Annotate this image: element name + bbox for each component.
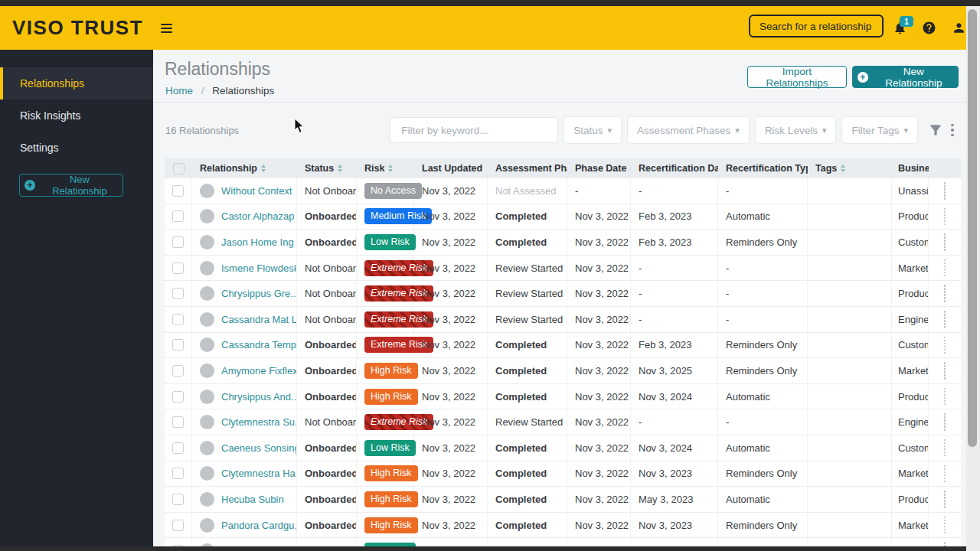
relationship-link[interactable]: Amymone Fixflex — [221, 365, 296, 377]
row-checkbox[interactable] — [165, 333, 192, 358]
column-header-risk[interactable]: Risk — [357, 158, 414, 178]
relationship-link[interactable]: Castor Alphazap — [221, 210, 294, 222]
relationship-link[interactable]: Without Context — [221, 185, 292, 197]
row-menu-button[interactable] — [929, 461, 961, 487]
row-menu-button[interactable] — [929, 513, 961, 538]
table-row[interactable]: Without Context Not Onboarded No Access … — [165, 178, 961, 204]
breadcrumb-home-link[interactable]: Home — [165, 85, 193, 96]
row-checkbox[interactable] — [165, 435, 192, 461]
row-checkbox[interactable] — [165, 178, 192, 204]
status-filter-dropdown[interactable]: Status ▾ — [564, 116, 622, 144]
column-header-recertification-date[interactable]: Recertification Date — [631, 158, 718, 178]
column-header-last-updated[interactable]: Last Updated ↓ — [414, 158, 488, 178]
table-row[interactable]: Cassandra Temp Onboarded Extreme Risk No… — [165, 333, 961, 359]
row-menu-button[interactable] — [929, 281, 961, 306]
filter-funnel-icon[interactable] — [928, 122, 943, 138]
row-checkbox[interactable] — [165, 307, 192, 332]
column-header-business[interactable]: Business — [892, 158, 929, 178]
new-relationship-button[interactable]: + New Relationship — [852, 66, 959, 88]
table-row[interactable]: Pandora Cardgu... Onboarded High Risk No… — [165, 513, 961, 539]
row-checkbox[interactable] — [165, 461, 192, 487]
column-header-assessment-phase[interactable]: Assessment Phase — [488, 158, 567, 178]
row-menu-button[interactable] — [929, 256, 961, 281]
sidebar-item-risk-insights[interactable]: Risk Insights — [0, 99, 153, 132]
row-menu-button[interactable] — [929, 358, 961, 383]
table-row[interactable]: Castor Alphazap Onboarded Medium Risk No… — [165, 204, 961, 230]
row-menu-button[interactable] — [929, 409, 961, 435]
menu-icon[interactable] — [161, 24, 172, 33]
assessment-phases-filter-dropdown[interactable]: Assessment Phases ▾ — [627, 116, 750, 144]
business-cell: Engineering — [892, 307, 929, 332]
table-row[interactable]: Hecuba Subin Onboarded High Risk Nov 3, … — [165, 487, 961, 513]
row-checkbox[interactable] — [165, 256, 192, 281]
table-row[interactable]: Amymone Fixflex Onboarded High Risk Nov … — [165, 358, 961, 384]
row-menu-button[interactable] — [929, 538, 961, 546]
tags-cell — [808, 333, 892, 358]
row-checkbox[interactable] — [165, 204, 192, 230]
relationship-link[interactable]: Clytemnestra Su... — [221, 416, 296, 428]
business-cell: Marketing — [892, 256, 929, 281]
row-checkbox[interactable] — [165, 230, 192, 255]
recertification-type-cell: Automatic — [718, 538, 808, 546]
table-row[interactable]: Ismene Flowdesk Not Onboarded Extreme Ri… — [165, 256, 961, 282]
table-row[interactable]: Clytemnestra Su... Not Onboarded Extreme… — [165, 409, 961, 435]
risk-levels-filter-dropdown[interactable]: Risk Levels ▾ — [755, 116, 837, 144]
recertification-type-cell: - — [718, 307, 808, 332]
scrollbar-thumb[interactable] — [968, 9, 977, 447]
row-checkbox[interactable] — [165, 281, 192, 306]
sidebar-item-relationships[interactable]: Relationships — [0, 67, 153, 99]
row-menu-button[interactable] — [929, 204, 961, 230]
table-row[interactable]: Chrysippus And... Onboarded High Risk No… — [165, 384, 961, 410]
row-menu-button[interactable] — [929, 333, 961, 358]
relationship-link[interactable]: Cassandra Mat L... — [221, 314, 296, 325]
row-menu-button[interactable] — [929, 435, 961, 461]
column-header-status[interactable]: Status — [297, 158, 357, 178]
row-menu-button[interactable] — [929, 384, 961, 409]
import-relationships-button[interactable]: Import Relationships — [747, 66, 847, 88]
account-button[interactable] — [952, 21, 966, 35]
table-row[interactable]: Chrysippus Gre... Not Onboarded Extreme … — [165, 281, 961, 307]
row-checkbox[interactable] — [165, 409, 192, 435]
column-header-tags[interactable]: Tags — [808, 158, 892, 178]
relationship-link[interactable]: Clytemnestra Ha... — [221, 468, 296, 479]
notifications-button[interactable]: 1 — [893, 21, 907, 35]
row-menu-button[interactable] — [929, 178, 961, 204]
relationship-link[interactable]: Pandora Cardgu... — [221, 520, 296, 531]
relationship-link[interactable]: Jason Home Ing — [221, 236, 294, 248]
table-row[interactable]: Jason Home Ing Onboarded Low Risk Nov 3,… — [165, 230, 961, 256]
filter-tags-dropdown[interactable]: Filter Tags ▾ — [841, 116, 918, 144]
help-button[interactable] — [922, 21, 936, 35]
column-header-recertification-type[interactable]: Recertification Type — [718, 158, 808, 178]
row-checkbox[interactable] — [165, 513, 192, 538]
relationship-link[interactable]: Chrysippus Gre... — [221, 288, 296, 299]
search-input[interactable] — [749, 15, 884, 37]
row-checkbox[interactable] — [165, 384, 192, 409]
select-all-checkbox[interactable] — [165, 158, 192, 178]
row-checkbox[interactable] — [165, 487, 192, 512]
column-header-relationship[interactable]: Relationship — [192, 158, 297, 178]
relationship-link[interactable]: Cassandra Temp — [221, 339, 296, 350]
sidebar-new-relationship-button[interactable]: + New Relationship — [19, 174, 123, 197]
table-row[interactable]: Cassandra Mat L... Not Onboarded Extreme… — [165, 307, 961, 333]
column-header-phase-date[interactable]: Phase Date — [567, 158, 631, 178]
relationship-link[interactable]: Hecuba Subin — [221, 494, 284, 505]
recertification-date-cell: - — [631, 409, 718, 435]
table-row[interactable]: Caeneus Sonsing Onboarded Low Risk Nov 3… — [165, 435, 961, 461]
table-row[interactable]: Clytemnestra Ha... Onboarded High Risk N… — [165, 461, 961, 487]
sidebar-item-settings[interactable]: Settings — [0, 132, 153, 164]
relationship-link[interactable]: Chrysippus And... — [221, 391, 296, 403]
table-row[interactable]: Iphigenia Solarb... Onboarded Low Risk N… — [165, 538, 961, 546]
relationship-link[interactable]: Ismene Flowdesk — [221, 262, 296, 274]
business-cell: Marketing — [892, 513, 929, 538]
row-menu-button[interactable] — [929, 487, 961, 512]
row-kebab-icon — [944, 233, 946, 251]
row-menu-button[interactable] — [929, 307, 961, 332]
keyword-filter-input[interactable] — [390, 117, 558, 143]
row-checkbox[interactable] — [165, 538, 192, 546]
vertical-scrollbar[interactable] — [966, 6, 980, 551]
relationship-link[interactable]: Caeneus Sonsing — [221, 442, 296, 454]
toolbar-more-icon[interactable] — [946, 122, 959, 138]
recertification-date-cell: Nov 3, 2023 — [631, 461, 718, 487]
row-menu-button[interactable] — [929, 230, 961, 255]
row-checkbox[interactable] — [165, 358, 192, 383]
